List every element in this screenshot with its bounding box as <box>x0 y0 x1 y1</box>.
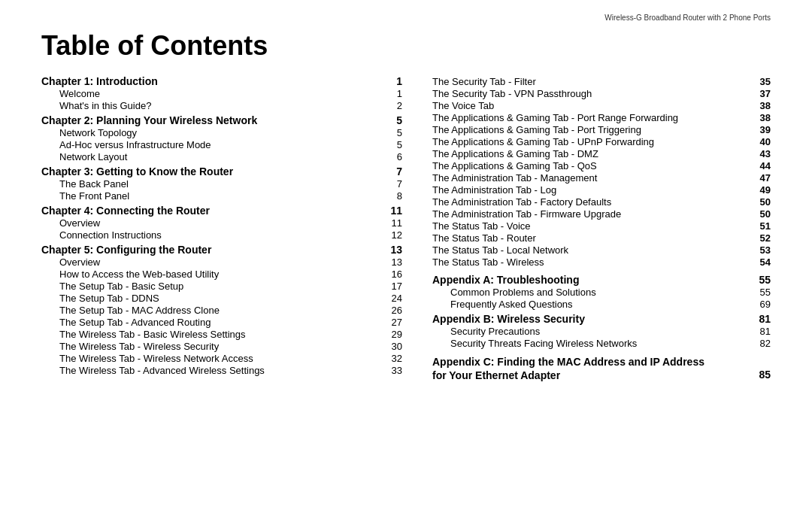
list-item: The Security Tab - VPN Passthrough 37 <box>432 88 771 99</box>
list-item: Network Topology 5 <box>59 127 402 138</box>
chapter-4: Chapter 4: Connecting the Router 11 Over… <box>41 205 402 241</box>
list-item: Overview 13 <box>59 256 402 268</box>
list-item: The Wireless Tab - Basic Wireless Settin… <box>59 329 402 340</box>
product-header: Wireless-G Broadband Router with 2 Phone… <box>604 14 771 22</box>
list-item: The Setup Tab - DDNS 24 <box>59 293 402 304</box>
appendix-b: Appendix B: Wireless Security 81 Securit… <box>432 313 771 349</box>
list-item: The Setup Tab - Advanced Routing 27 <box>59 317 402 328</box>
right-entries: The Security Tab - Filter 35 The Securit… <box>432 76 771 268</box>
chapter-1-label: Chapter 1: Introduction <box>41 75 380 87</box>
list-item: The Administration Tab - Log 49 <box>432 184 771 196</box>
chapter-2-label: Chapter 2: Planning Your Wireless Networ… <box>41 114 380 126</box>
list-item: Frequently Asked Questions 69 <box>450 299 771 310</box>
chapter-4-title-row: Chapter 4: Connecting the Router 11 <box>41 205 402 217</box>
list-item: Ad-Hoc versus Infrastructure Mode 5 <box>59 139 402 150</box>
chapter-5-title-row: Chapter 5: Configuring the Router 13 <box>41 244 402 256</box>
appendix-a-entries: Common Problems and Solutions 55 Frequen… <box>432 287 771 310</box>
chapter-2-entries: Network Topology 5 Ad-Hoc versus Infrast… <box>41 127 402 162</box>
list-item: The Administration Tab - Management 47 <box>432 172 771 184</box>
list-item: Overview 11 <box>59 217 402 229</box>
chapter-5-entries: Overview 13 How to Access the Web-based … <box>41 256 402 376</box>
list-item: The Status Tab - Voice 51 <box>432 220 771 232</box>
toc-content: Chapter 1: Introduction 1 Welcome 1 What… <box>41 75 771 382</box>
chapter-5-page: 13 <box>380 244 402 256</box>
list-item: Security Precautions 81 <box>450 326 771 337</box>
left-column: Chapter 1: Introduction 1 Welcome 1 What… <box>41 75 402 382</box>
appendix-a: Appendix A: Troubleshooting 55 Common Pr… <box>432 274 771 310</box>
chapter-1-entries: Welcome 1 What's in this Guide? 2 <box>41 88 402 111</box>
list-item: The Wireless Tab - Wireless Network Acce… <box>59 353 402 364</box>
appendix-b-page: 81 <box>748 313 771 325</box>
chapter-2-title-row: Chapter 2: Planning Your Wireless Networ… <box>41 114 402 126</box>
chapter-5: Chapter 5: Configuring the Router 13 Ove… <box>41 244 402 376</box>
list-item: Common Problems and Solutions 55 <box>450 287 771 298</box>
list-item: The Wireless Tab - Wireless Security 30 <box>59 341 402 352</box>
list-item: The Applications & Gaming Tab - QoS 44 <box>432 160 771 171</box>
chapter-2: Chapter 2: Planning Your Wireless Networ… <box>41 114 402 162</box>
list-item: Welcome 1 <box>59 88 402 99</box>
list-item: The Setup Tab - MAC Address Clone 26 <box>59 305 402 316</box>
page: Wireless-G Broadband Router with 2 Phone… <box>0 0 812 525</box>
page-title: Table of Contents <box>41 30 771 62</box>
chapter-1-title-row: Chapter 1: Introduction 1 <box>41 75 402 87</box>
appendix-a-label: Appendix A: Troubleshooting <box>432 274 748 286</box>
list-item: The Back Panel 7 <box>59 178 402 190</box>
chapter-4-entries: Overview 11 Connection Instructions 12 <box>41 217 402 241</box>
list-item: Network Layout 6 <box>59 151 402 162</box>
list-item: The Status Tab - Local Network 53 <box>432 244 771 256</box>
appendix-b-label: Appendix B: Wireless Security <box>432 313 748 325</box>
list-item: The Administration Tab - Factory Default… <box>432 196 771 208</box>
list-item: The Wireless Tab - Advanced Wireless Set… <box>59 365 402 376</box>
right-column: The Security Tab - Filter 35 The Securit… <box>432 75 771 382</box>
appendix-b-title-row: Appendix B: Wireless Security 81 <box>432 313 771 325</box>
list-item: The Front Panel 8 <box>59 190 402 202</box>
chapter-4-label: Chapter 4: Connecting the Router <box>41 205 380 217</box>
chapter-3-label: Chapter 3: Getting to Know the Router <box>41 165 380 178</box>
appendix-a-page: 55 <box>748 274 771 286</box>
appendix-a-title-row: Appendix A: Troubleshooting 55 <box>432 274 771 286</box>
chapter-3-page: 7 <box>380 165 402 178</box>
list-item: How to Access the Web-based Utility 16 <box>59 269 402 280</box>
appendix-b-entries: Security Precautions 81 Security Threats… <box>432 326 771 349</box>
list-item: The Voice Tab 38 <box>432 100 771 111</box>
chapter-5-label: Chapter 5: Configuring the Router <box>41 244 380 256</box>
list-item: The Applications & Gaming Tab - Port Tri… <box>432 124 771 135</box>
list-item: The Status Tab - Wireless 54 <box>432 256 771 268</box>
chapter-1: Chapter 1: Introduction 1 Welcome 1 What… <box>41 75 402 111</box>
list-item: What's in this Guide? 2 <box>59 100 402 111</box>
appendix-c: Appendix C: Finding the MAC Address and … <box>432 355 771 382</box>
chapter-3-entries: The Back Panel 7 The Front Panel 8 <box>41 178 402 202</box>
appendix-c-page: 85 <box>748 369 771 382</box>
chapter-2-page: 5 <box>380 114 402 126</box>
list-item: The Setup Tab - Basic Setup 17 <box>59 281 402 292</box>
chapter-1-page: 1 <box>380 75 402 87</box>
list-item: The Applications & Gaming Tab - Port Ran… <box>432 112 771 123</box>
list-item: The Applications & Gaming Tab - DMZ 43 <box>432 148 771 159</box>
appendix-c-row: Appendix C: Finding the MAC Address and … <box>432 355 771 382</box>
list-item: The Security Tab - Filter 35 <box>432 76 771 87</box>
list-item: Connection Instructions 12 <box>59 229 402 241</box>
list-item: The Administration Tab - Firmware Upgrad… <box>432 208 771 220</box>
chapter-3-title-row: Chapter 3: Getting to Know the Router 7 <box>41 165 402 178</box>
list-item: The Applications & Gaming Tab - UPnP For… <box>432 136 771 147</box>
chapter-4-page: 11 <box>380 205 402 217</box>
chapter-3: Chapter 3: Getting to Know the Router 7 … <box>41 165 402 202</box>
list-item: The Status Tab - Router 52 <box>432 232 771 244</box>
list-item: Security Threats Facing Wireless Network… <box>450 338 771 349</box>
appendix-c-label: Appendix C: Finding the MAC Address and … <box>432 355 704 382</box>
